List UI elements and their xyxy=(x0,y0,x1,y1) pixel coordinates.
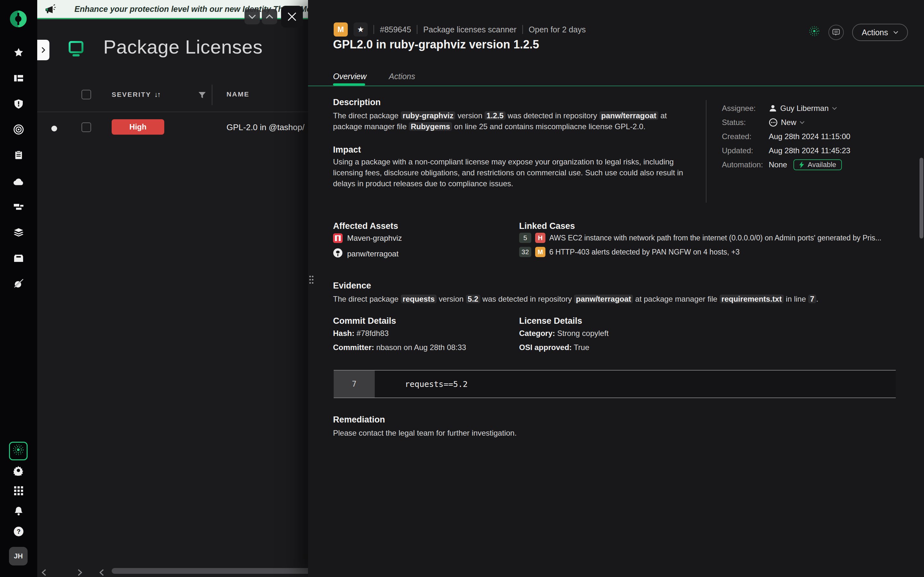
sidebar-item-explore[interactable] xyxy=(13,279,24,290)
panel-prev-button[interactable] xyxy=(262,9,277,24)
megaphone-icon xyxy=(44,3,57,19)
comment-icon xyxy=(832,28,840,37)
sidebar-item-threats[interactable] xyxy=(13,100,24,110)
clipboard-icon xyxy=(14,150,23,163)
created-value: Aug 28th 2024 11:15:00 xyxy=(769,132,850,141)
chevron-right-icon xyxy=(41,47,45,53)
case-count-badge: 5 xyxy=(519,233,531,243)
evidence-heading: Evidence xyxy=(333,281,371,291)
sidebar-item-detection[interactable] xyxy=(13,126,24,136)
scroll-start-icon[interactable] xyxy=(99,567,104,577)
page-prev-icon[interactable] xyxy=(42,567,46,577)
status-value[interactable]: New xyxy=(769,118,804,127)
lightning-icon xyxy=(799,161,804,168)
case-meta: Assignee: Guy Liberman Status: New Creat… xyxy=(722,101,850,172)
layers-icon xyxy=(13,227,24,239)
sidebar-item-apps[interactable] xyxy=(13,487,24,497)
case-header: M ★ #859645 Package licenses scanner Ope… xyxy=(334,23,586,37)
horizontal-scrollbar[interactable] xyxy=(111,568,323,574)
assignee-value[interactable]: Guy Liberman xyxy=(769,104,837,113)
osi-row: OSI approved: True xyxy=(519,343,590,352)
chevron-down-icon xyxy=(248,15,256,19)
comments-button[interactable] xyxy=(829,25,844,40)
chevron-down-icon xyxy=(800,120,804,125)
list-layout-icon xyxy=(13,73,24,86)
app-screen: ? JH Enhance your protection level with … xyxy=(0,0,924,577)
commit-details-heading: Commit Details xyxy=(333,316,396,326)
case-detail-panel: M ★ #859645 Package licenses scanner Ope… xyxy=(308,0,924,577)
column-divider xyxy=(212,85,212,105)
user-avatar[interactable]: JH xyxy=(9,547,27,566)
row-checkbox[interactable] xyxy=(81,122,91,132)
code-content: requests==5.2 xyxy=(375,371,468,398)
severity-medium-badge: M xyxy=(535,247,545,257)
committer-row: Committer: nbason on Aug 28th 08:33 xyxy=(333,343,466,352)
sidebar-item-layers[interactable] xyxy=(13,228,24,239)
maven-icon xyxy=(333,234,342,243)
target-icon xyxy=(13,124,24,137)
sidebar-item-assets[interactable] xyxy=(13,203,24,213)
automation-value: None xyxy=(769,160,787,169)
column-header-severity[interactable]: SEVERITY↓↑ xyxy=(111,90,160,99)
select-all-checkbox[interactable] xyxy=(81,90,91,99)
github-icon xyxy=(333,248,342,259)
actions-button[interactable]: Actions xyxy=(852,24,908,41)
impact-text: Using a package with a non-compliant lic… xyxy=(333,156,690,189)
sidebar-item-cases[interactable] xyxy=(13,74,24,85)
sidebar-item-cloud[interactable] xyxy=(13,177,24,187)
sidebar-item-help[interactable]: ? xyxy=(13,528,24,538)
unread-dot-icon xyxy=(51,126,57,131)
sidebar-expand-button[interactable] xyxy=(37,40,49,60)
description-text: The direct package ruby-graphviz version… xyxy=(333,110,690,132)
linked-case-item[interactable]: 32 M 6 HTTP-403 alerts detected by PAN N… xyxy=(519,247,740,257)
case-id: #859645 xyxy=(380,25,411,34)
blocks-icon xyxy=(13,202,24,214)
case-source: Package licenses scanner xyxy=(423,25,516,34)
table-header: SEVERITY↓↑ NAME xyxy=(37,87,313,111)
page-next-icon[interactable] xyxy=(78,567,82,577)
filter-icon[interactable] xyxy=(198,90,206,102)
help-icon: ? xyxy=(13,526,24,539)
shield-alert-icon xyxy=(13,99,24,111)
tab-actions[interactable]: Actions xyxy=(389,72,415,81)
linked-cases-heading: Linked Cases xyxy=(519,221,575,231)
evidence-code-block: 7 requests==5.2 xyxy=(334,370,896,398)
automation-row: Automation: None Available xyxy=(722,158,850,172)
drag-handle-icon[interactable] xyxy=(309,276,317,287)
sidebar-item-reports[interactable] xyxy=(13,151,24,161)
banner-message: Enhance your protection level with our n… xyxy=(74,5,313,14)
category-row: Category: Strong copyleft xyxy=(519,329,609,338)
impact-heading: Impact xyxy=(333,145,361,155)
tab-overview[interactable]: Overview xyxy=(333,72,367,81)
asset-item[interactable]: panw/terragoat xyxy=(333,248,399,259)
panel-next-button[interactable] xyxy=(244,9,260,24)
linked-case-item[interactable]: 5 H AWS EC2 instance with network path f… xyxy=(519,233,881,243)
person-icon xyxy=(769,104,777,113)
sidebar-item-settings[interactable] xyxy=(13,467,24,477)
gear-icon xyxy=(13,466,24,478)
table-row[interactable]: High GPL-2.0 in @tashop/ xyxy=(37,112,313,144)
column-header-name[interactable]: NAME xyxy=(226,90,249,98)
remediation-text: Please contact the legal team for furthe… xyxy=(333,428,782,438)
star-icon xyxy=(13,47,24,60)
close-icon xyxy=(288,12,296,21)
vertical-scrollbar[interactable] xyxy=(919,158,923,239)
sort-icon[interactable]: ↓↑ xyxy=(154,90,160,98)
sidebar-item-active-module[interactable] xyxy=(9,442,27,460)
product-logo-icon[interactable] xyxy=(10,10,27,27)
asset-item[interactable]: Maven-graphviz xyxy=(333,234,402,243)
active-tab-underline xyxy=(333,83,365,85)
grid-apps-icon xyxy=(14,486,23,498)
case-title: GPL2.0 in ruby-graphviz version 1.2.5 xyxy=(333,38,539,51)
sidebar-item-notifications[interactable] xyxy=(13,507,24,517)
sidebar-item-inventory[interactable] xyxy=(13,254,24,264)
favorite-star-icon[interactable]: ★ xyxy=(354,23,368,37)
priority-badge: M xyxy=(334,23,348,37)
automation-available-badge[interactable]: Available xyxy=(793,159,842,170)
code-line-number: 7 xyxy=(334,371,375,398)
automation-spiral-icon[interactable] xyxy=(809,25,820,39)
remediation-heading: Remediation xyxy=(333,415,385,425)
sidebar-item-favorites[interactable] xyxy=(13,49,24,59)
hash-row: Hash: #78fdh83 xyxy=(333,329,389,338)
panel-close-button[interactable] xyxy=(281,6,303,27)
